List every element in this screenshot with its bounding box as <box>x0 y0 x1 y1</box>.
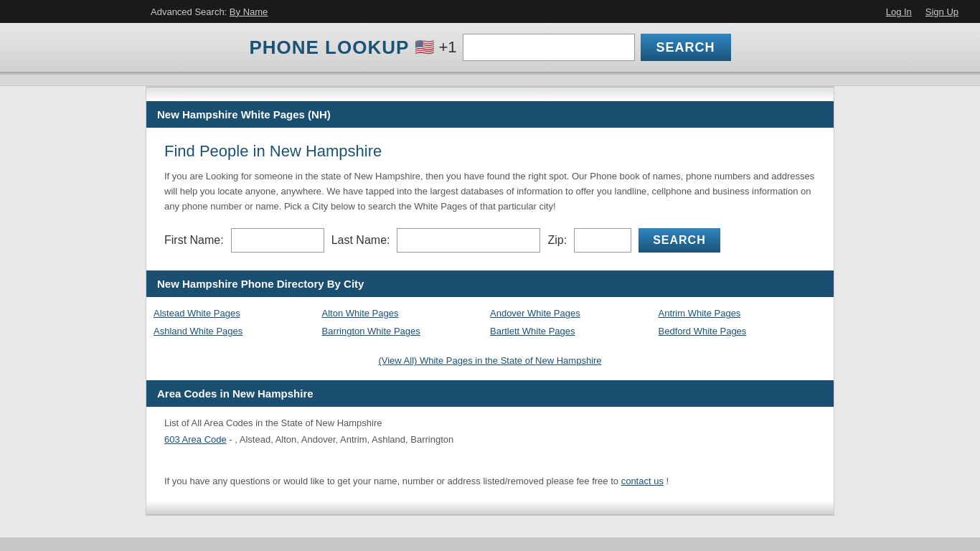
flag-code: 🇺🇸 +1 <box>415 38 456 57</box>
view-all-link[interactable]: (View All) White Pages in the State of N… <box>378 355 601 366</box>
advanced-search-label: Advanced Search: <box>151 6 227 17</box>
main-section-header: New Hampshire White Pages (NH) <box>146 101 834 128</box>
city-link[interactable]: Barrington White Pages <box>322 326 491 336</box>
phone-search-button[interactable]: SEARCH <box>641 34 731 61</box>
login-link[interactable]: Log In <box>886 6 912 17</box>
directory-section-header: New Hampshire Phone Directory By City <box>146 270 834 297</box>
people-search-form: First Name: Last Name: Zip: SEARCH <box>164 228 816 253</box>
phone-input[interactable] <box>463 34 635 61</box>
main-content-wrapper: New Hampshire White Pages (NH) Find Peop… <box>146 86 834 516</box>
contact-note: If you have any questions or would like … <box>146 465 834 501</box>
first-name-label: First Name: <box>164 234 224 247</box>
contact-note-text: If you have any questions or would like … <box>164 476 618 486</box>
advanced-search-section: Advanced Search: By Name <box>151 6 268 17</box>
contact-end: ! <box>666 476 669 486</box>
phone-lookup-label: PHONE LOOKUP <box>249 37 409 59</box>
city-link[interactable]: Ashland White Pages <box>154 326 322 336</box>
zip-label: Zip: <box>547 234 567 247</box>
flag-emoji: 🇺🇸 <box>415 38 434 56</box>
city-link[interactable]: Bedford White Pages <box>659 326 827 336</box>
area-codes-header: Area Codes in New Hampshire <box>146 380 834 407</box>
signup-link[interactable]: Sign Up <box>925 6 958 17</box>
contact-us-link[interactable]: contact us <box>621 476 664 486</box>
city-link[interactable]: Alstead White Pages <box>154 308 322 319</box>
city-link[interactable]: Antrim White Pages <box>659 308 827 319</box>
city-link[interactable]: Andover White Pages <box>490 308 659 319</box>
first-name-input[interactable] <box>231 228 324 253</box>
top-navigation-bar: Advanced Search: By Name Log In Sign Up <box>0 0 980 23</box>
country-code: +1 <box>438 38 456 56</box>
zip-input[interactable] <box>574 228 631 253</box>
area-code-list: 603 Area Code - , Alstead, Alton, Andove… <box>164 434 816 445</box>
last-name-label: Last Name: <box>331 234 390 247</box>
city-link[interactable]: Alton White Pages <box>322 308 491 319</box>
city-directory-grid: Alstead White PagesAlton White PagesAndo… <box>146 297 834 347</box>
area-codes-description: List of All Area Codes in the State of N… <box>164 418 816 428</box>
people-search-button[interactable]: SEARCH <box>639 228 720 253</box>
by-name-link[interactable]: By Name <box>230 6 268 17</box>
area-codes-content: List of All Area Codes in the State of N… <box>146 407 834 465</box>
auth-links: Log In Sign Up <box>875 6 958 17</box>
description-text: If you are Looking for someone in the st… <box>164 169 816 214</box>
main-content-section: Find People in New Hampshire If you are … <box>146 128 834 270</box>
city-link[interactable]: Bartlett White Pages <box>490 326 659 336</box>
area-code-603-cities: - , Alstead, Alton, Andover, Antrim, Ash… <box>229 434 453 445</box>
view-all-section: (View All) White Pages in the State of N… <box>146 347 834 380</box>
page-title: Find People in New Hampshire <box>164 142 816 161</box>
last-name-input[interactable] <box>397 228 540 253</box>
phone-lookup-bar: PHONE LOOKUP 🇺🇸 +1 SEARCH <box>0 23 980 73</box>
area-code-603-link[interactable]: 603 Area Code <box>164 434 227 445</box>
